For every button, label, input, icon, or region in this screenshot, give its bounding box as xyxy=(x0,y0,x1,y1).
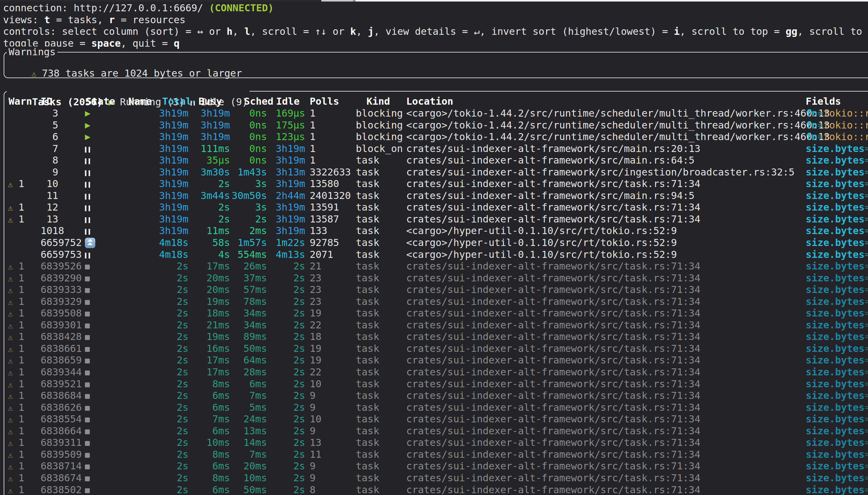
cell-polls: 22 xyxy=(310,366,322,378)
cell-kind: task xyxy=(356,296,379,308)
task-row[interactable]: ⚠168392902s20ms37ms2s23taskcrates/sui-in… xyxy=(4,272,868,284)
task-row[interactable]: ⚠1 123h19m2s3s3h19m13591taskcrates/sui-i… xyxy=(4,201,868,213)
cell-task-id: 6838674 xyxy=(40,472,83,484)
cell-kind: blocking xyxy=(356,119,403,131)
cell-kind: task xyxy=(356,237,379,249)
task-row[interactable]: ⚠168385022s6ms50ms2s8taskcrates/sui-inde… xyxy=(4,484,868,495)
task-row[interactable]: 3▶3h19m3h19m0ns169µs1blocking<cargo>/tok… xyxy=(4,107,868,119)
column-header-location[interactable]: Location xyxy=(406,96,453,107)
task-row[interactable]: ⚠168387142s6ms20ms2s9taskcrates/sui-inde… xyxy=(4,460,868,472)
state-cell xyxy=(85,284,90,296)
cell-kind: task xyxy=(356,354,379,366)
column-header-state[interactable]: State xyxy=(86,96,115,107)
cell-polls: 23 xyxy=(310,284,322,296)
cell-total: 2s xyxy=(159,390,188,402)
column-header-kind[interactable]: Kind xyxy=(367,96,390,107)
cell-busy: 11ms xyxy=(188,225,230,237)
task-row[interactable]: ⚠168386642s6ms13ms2s9taskcrates/sui-inde… xyxy=(4,425,868,437)
task-row[interactable]: ⚠168386742s8ms10ms2s9taskcrates/sui-inde… xyxy=(4,472,868,484)
column-header-warn[interactable]: Warn xyxy=(9,96,32,107)
cell-location: crates/sui-indexer-alt-framework/src/tas… xyxy=(406,402,700,413)
task-row[interactable]: ⚠168395212s8ms6ms2s10taskcrates/sui-inde… xyxy=(4,378,868,390)
cell-location: crates/sui-indexer-alt-framework/src/tas… xyxy=(406,284,700,296)
cell-total: 2s xyxy=(159,260,188,272)
cell-total: 2s xyxy=(159,319,188,331)
cell-total: 3h19m xyxy=(159,131,188,143)
task-row[interactable]: ⚠168385542s7ms24ms2s10taskcrates/sui-ind… xyxy=(4,413,868,425)
cell-sched: 37ms xyxy=(230,272,267,284)
stop-icon xyxy=(85,488,90,493)
field-equals: = xyxy=(865,272,868,284)
cell-idle: 2s xyxy=(267,307,305,319)
column-header-busy[interactable]: Busy xyxy=(199,96,222,107)
cell-sched: 14ms xyxy=(230,437,267,449)
column-header-id[interactable]: ID xyxy=(40,96,52,107)
column-header-polls[interactable]: Polls xyxy=(310,96,339,107)
cell-sched: 78ms xyxy=(230,296,267,308)
cell-busy: 7ms xyxy=(188,413,230,425)
cell-busy: 2s xyxy=(188,213,230,225)
cell-polls: 13580 xyxy=(310,178,339,190)
task-row[interactable]: 66597534m18s4s554ms4m13s2071task<cargo>/… xyxy=(4,249,868,261)
column-header-idle[interactable]: Idle xyxy=(276,96,300,107)
column-header-sched[interactable]: Sched xyxy=(244,96,273,107)
task-row[interactable]: ⚠168395262s17ms26ms2s21taskcrates/sui-in… xyxy=(4,260,868,272)
field-key: size.bytes xyxy=(806,378,865,390)
cell-polls: 13 xyxy=(310,437,322,449)
cell-task-id: 6838664 xyxy=(40,425,83,437)
cell-location: <cargo>/tokio-1.44.2/src/runtime/schedul… xyxy=(406,119,830,131)
task-row[interactable]: ⚠168395082s18ms34ms2s19taskcrates/sui-in… xyxy=(4,307,868,319)
task-row[interactable]: ⚠168393012s21ms34ms2s22taskcrates/sui-in… xyxy=(4,319,868,331)
task-row[interactable]: 66597524m18s58s1m57s1m22s92785task<cargo… xyxy=(4,237,868,249)
cell-task-id: 6659753 xyxy=(40,249,83,261)
cell-polls: 1 xyxy=(310,131,316,143)
column-header-total[interactable]: Total▿ xyxy=(162,96,195,108)
task-row[interactable]: ⚠1 133h19m2s2s3h19m13587taskcrates/sui-i… xyxy=(4,213,868,225)
task-row[interactable]: ⚠168393332s20ms57ms2s23taskcrates/sui-in… xyxy=(4,284,868,296)
task-row[interactable]: ⚠1 103h19m2s3s3h19m13580taskcrates/sui-i… xyxy=(4,178,868,190)
task-row[interactable]: 73h19m111ms0ns3h19m1block_oncrates/sui-i… xyxy=(4,143,868,155)
stop-icon xyxy=(85,359,90,363)
field-equals: = xyxy=(865,143,868,154)
task-row[interactable]: 113h19m3m44s30m50s2h44m2401320taskcrates… xyxy=(4,190,868,202)
field-equals: = xyxy=(865,319,868,331)
task-row[interactable]: 10183h19m11ms2ms3h19m133task<cargo>/hype… xyxy=(4,225,868,237)
warning-icon: ⚠ xyxy=(8,274,13,283)
task-row[interactable]: 83h19m35µs0ns3h19m1taskcrates/sui-indexe… xyxy=(4,154,868,166)
cell-kind: task xyxy=(356,201,379,213)
warn-cell: ⚠1 xyxy=(8,296,24,308)
task-row[interactable]: ⚠168386612s16ms50ms2s19taskcrates/sui-in… xyxy=(4,343,868,355)
warn-cell: ⚠1 xyxy=(8,260,24,273)
warn-count: 1 xyxy=(18,460,24,472)
stop-icon xyxy=(85,324,90,328)
cell-polls: 19 xyxy=(310,343,322,355)
task-row[interactable]: ⚠168393442s17ms28ms2s22taskcrates/sui-in… xyxy=(4,366,868,378)
task-row[interactable]: ⚠168386592s17ms64ms2s19taskcrates/sui-in… xyxy=(4,354,868,366)
warn-cell: ⚠1 xyxy=(8,319,24,332)
task-row[interactable]: 6▶3h19m3h19m0ns123µs1blocking<cargo>/tok… xyxy=(4,131,868,143)
task-row[interactable]: ⚠168393292s19ms78ms2s23taskcrates/sui-in… xyxy=(4,296,868,308)
warn-count: 1 xyxy=(18,272,24,284)
task-row[interactable]: ⚠168386262s6ms5ms2s9taskcrates/sui-index… xyxy=(4,402,868,413)
task-row[interactable]: 93h19m3m30s1m43s3h13m3322633taskcrates/s… xyxy=(4,166,868,178)
field-key: size.bytes xyxy=(806,425,865,437)
column-header-name[interactable]: Name xyxy=(128,96,152,107)
cell-busy: 6ms xyxy=(188,390,230,402)
cell-sched: 20ms xyxy=(230,460,267,472)
cell-busy: 58s xyxy=(188,237,230,249)
column-header-fields[interactable]: Fields xyxy=(806,96,841,107)
task-row[interactable]: ⚠168386842s6ms7ms2s9taskcrates/sui-index… xyxy=(4,390,868,402)
task-row[interactable]: 5▶3h19m3h19m0ns175µs1blocking<cargo>/tok… xyxy=(4,119,868,131)
cell-total: 2s xyxy=(159,296,188,308)
task-row[interactable]: ⚠168384282s19ms89ms2s18taskcrates/sui-in… xyxy=(4,331,868,343)
cell-task-id: 10 xyxy=(40,178,83,190)
cell-idle: 4m13s xyxy=(267,249,305,261)
task-row[interactable]: ⚠168395092s8ms7ms2s11taskcrates/sui-inde… xyxy=(4,449,868,461)
cell-fields: size.bytes= xyxy=(806,190,868,202)
cell-polls: 9 xyxy=(310,390,316,402)
state-cell xyxy=(85,225,90,237)
cell-sched: 1m57s xyxy=(230,237,267,249)
task-row[interactable]: ⚠168393112s10ms14ms2s13taskcrates/sui-in… xyxy=(4,437,868,449)
cell-location: <cargo>/hyper-util-0.1.10/src/rt/tokio.r… xyxy=(406,225,677,237)
state-cell xyxy=(85,307,90,319)
